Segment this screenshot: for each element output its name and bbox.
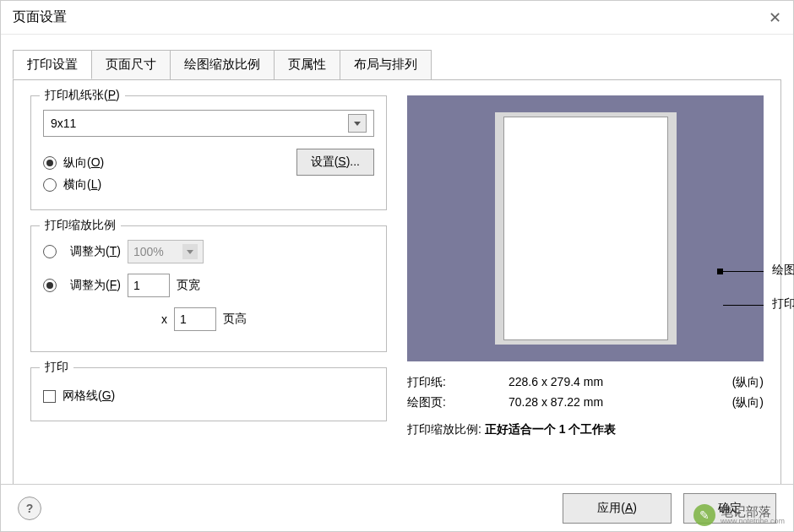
paper-size-value: 9x11	[51, 117, 76, 130]
apply-button[interactable]: 应用(A)	[563, 493, 672, 524]
adjust-to-label: 调整为(T)	[70, 244, 121, 259]
titlebar: 页面设置 ✕	[1, 1, 793, 35]
gridlines-checkbox[interactable]: 网格线(G)	[43, 388, 374, 404]
dialog-footer: ? 应用(A) 确定 ✎ 笔记部落 www.notetribe.com	[1, 484, 793, 531]
chevron-down-icon	[182, 244, 198, 259]
callout-dot-icon	[717, 269, 723, 274]
watermark-cn: 笔记部落	[721, 505, 785, 518]
fit-tall-row: x 1 页高	[161, 307, 374, 331]
print-zoom-group: 打印缩放比例 调整为(T) 100% 调整为(F) 1	[30, 225, 387, 352]
watermark-logo-icon: ✎	[693, 504, 715, 526]
page-setup-dialog: 页面设置 ✕ 打印设置 页面尺寸 绘图缩放比例 页属性 布局与排列 打印机纸张(…	[0, 0, 794, 532]
callout-drawing-label: 绘图页	[772, 263, 794, 278]
tab-print-setup[interactable]: 打印设置	[13, 50, 92, 79]
info-paper-value: 228.6 x 279.4 mm	[508, 375, 713, 390]
watermark-en: www.notetribe.com	[721, 518, 785, 525]
tab-page-size[interactable]: 页面尺寸	[91, 50, 171, 79]
group-legend-scale: 打印缩放比例	[40, 218, 121, 233]
callout-line	[723, 271, 764, 272]
chevron-down-icon	[348, 114, 367, 133]
left-column: 打印机纸张(P) 9x11 纵向(O)	[30, 95, 387, 469]
radio-icon	[43, 279, 57, 292]
fit-wide-label: 页宽	[177, 278, 200, 293]
info-paper-orient: (纵向)	[713, 375, 764, 390]
printer-setup-button[interactable]: 设置(S)...	[296, 149, 374, 176]
info-table: 打印纸: 228.6 x 279.4 mm (纵向) 绘图页: 70.28 x …	[407, 375, 764, 437]
orientation-portrait[interactable]: 纵向(O)	[43, 155, 296, 171]
watermark: ✎ 笔记部落 www.notetribe.com	[693, 504, 785, 526]
preview-paper	[495, 112, 677, 345]
gridlines-label: 网格线(G)	[63, 388, 115, 404]
print-group: 打印 网格线(G)	[30, 367, 387, 421]
tab-drawing-scale[interactable]: 绘图缩放比例	[170, 50, 275, 79]
adjust-to-select[interactable]: 100%	[128, 240, 204, 263]
page-preview: 绘图页 打印纸	[407, 95, 764, 361]
group-legend-paper: 打印机纸张(P)	[40, 88, 125, 103]
close-icon[interactable]: ✕	[769, 8, 781, 27]
radio-icon	[43, 178, 57, 192]
help-icon[interactable]: ?	[18, 497, 41, 520]
fit-wide-input[interactable]: 1	[128, 274, 170, 297]
info-scale-value: 正好适合一个 1 个工作表	[485, 422, 617, 436]
tab-page-properties[interactable]: 页属性	[274, 50, 340, 79]
fit-to-row[interactable]: 调整为(F) 1 页宽	[43, 274, 374, 297]
orientation-landscape[interactable]: 横向(L)	[43, 177, 296, 193]
landscape-label: 横向(L)	[63, 177, 101, 193]
radio-icon	[43, 156, 57, 170]
info-paper-label: 打印纸:	[407, 375, 508, 390]
checkbox-icon	[43, 390, 56, 403]
fit-tall-label: 页高	[223, 312, 247, 327]
portrait-label: 纵向(O)	[63, 155, 104, 171]
adjust-to-row[interactable]: 调整为(T) 100%	[43, 240, 374, 263]
printer-paper-group: 打印机纸张(P) 9x11 纵向(O)	[30, 95, 387, 210]
info-drawing-label: 绘图页:	[407, 395, 508, 410]
info-drawing-orient: (纵向)	[713, 395, 764, 410]
fit-to-label: 调整为(F)	[70, 278, 121, 293]
callout-paper-label: 打印纸	[772, 296, 794, 312]
adjust-to-value: 100%	[133, 245, 164, 258]
tab-panel: 打印机纸张(P) 9x11 纵向(O)	[13, 79, 781, 485]
group-legend-print: 打印	[40, 360, 73, 375]
tab-strip: 打印设置 页面尺寸 绘图缩放比例 页属性 布局与排列	[13, 50, 793, 79]
right-column: 绘图页 打印纸 打印纸: 228.6 x 279.4 mm (纵向) 绘图页:	[407, 95, 764, 469]
dialog-title: 页面设置	[13, 8, 67, 26]
fit-tall-input[interactable]: 1	[174, 307, 216, 331]
callout-line	[723, 305, 764, 306]
paper-size-select[interactable]: 9x11	[43, 110, 374, 137]
tab-layout-routing[interactable]: 布局与排列	[340, 50, 432, 79]
x-label: x	[161, 312, 167, 326]
info-scale-label: 打印缩放比例:	[407, 422, 481, 436]
info-drawing-value: 70.28 x 87.22 mm	[508, 395, 713, 410]
preview-drawing-page	[503, 117, 668, 340]
radio-icon	[43, 245, 57, 258]
